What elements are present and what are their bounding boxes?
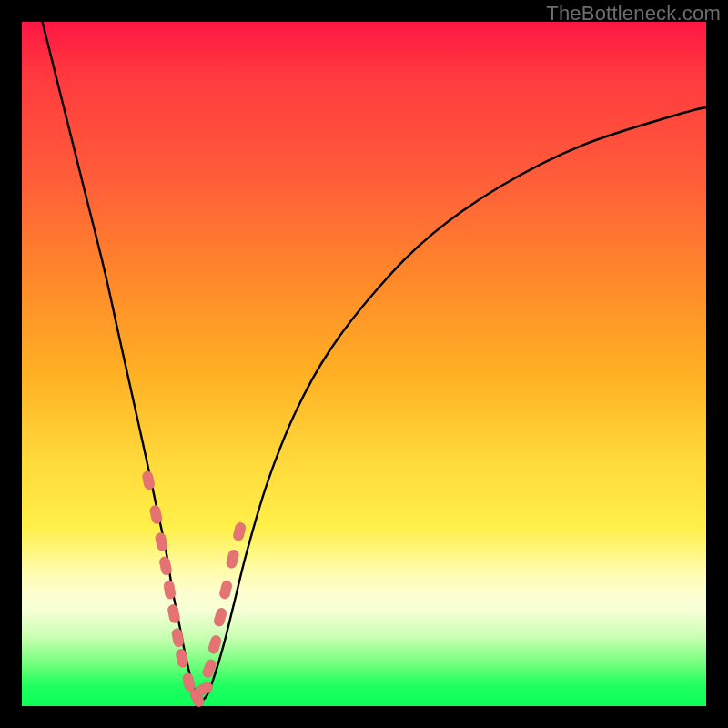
bottleneck-curve bbox=[43, 22, 706, 700]
highlight-marker bbox=[232, 521, 247, 541]
svg-rect-12 bbox=[207, 634, 222, 654]
svg-rect-6 bbox=[171, 628, 185, 648]
svg-rect-16 bbox=[232, 521, 247, 541]
highlight-marker bbox=[158, 556, 172, 576]
svg-rect-2 bbox=[155, 532, 168, 552]
highlight-marker bbox=[213, 607, 228, 627]
highlight-marker bbox=[142, 470, 156, 490]
plot-area bbox=[22, 22, 706, 706]
svg-rect-1 bbox=[149, 505, 163, 525]
highlight-marker bbox=[226, 549, 240, 569]
highlight-marker bbox=[176, 648, 189, 668]
svg-rect-0 bbox=[142, 470, 156, 490]
highlight-marker bbox=[155, 532, 168, 552]
svg-rect-4 bbox=[163, 580, 176, 600]
highlight-marker bbox=[163, 580, 176, 600]
svg-rect-15 bbox=[226, 549, 240, 569]
marker-layer bbox=[142, 470, 247, 708]
highlight-marker bbox=[149, 505, 163, 525]
chart-frame: TheBottleneck.com bbox=[0, 0, 728, 728]
highlight-marker bbox=[167, 604, 181, 624]
svg-rect-13 bbox=[213, 607, 228, 627]
svg-rect-7 bbox=[176, 648, 189, 668]
highlight-marker bbox=[207, 634, 222, 654]
svg-rect-14 bbox=[218, 580, 233, 600]
curve-layer bbox=[43, 22, 706, 700]
highlight-marker bbox=[171, 628, 185, 648]
watermark-text: TheBottleneck.com bbox=[546, 2, 721, 25]
highlight-marker bbox=[218, 580, 233, 600]
chart-svg bbox=[22, 22, 706, 706]
svg-rect-3 bbox=[158, 556, 172, 576]
svg-rect-5 bbox=[167, 604, 181, 624]
